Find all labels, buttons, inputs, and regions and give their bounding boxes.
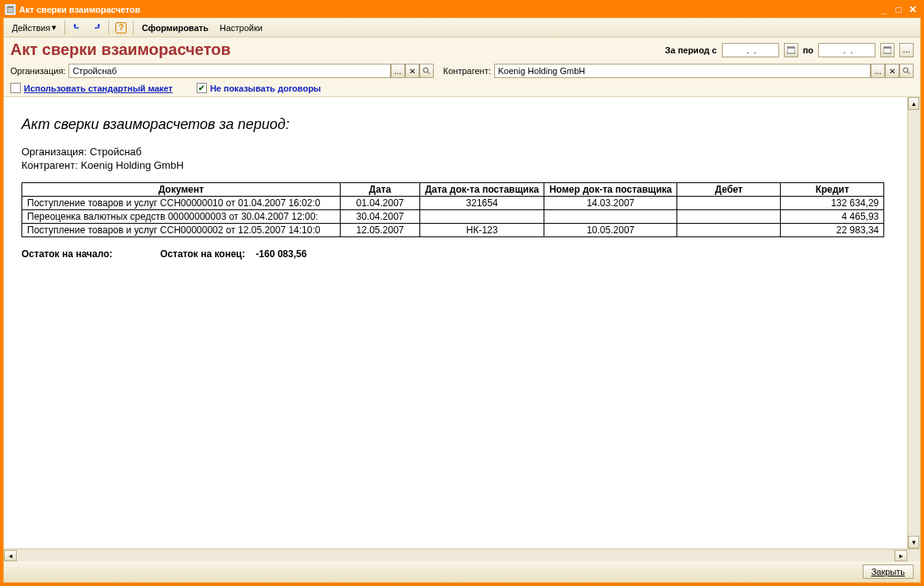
chevron-down-icon: ▾ <box>52 22 57 33</box>
report-area: Акт сверки взаиморасчетов за период: Орг… <box>4 97 920 561</box>
options-row: Использовать стандартный макет ✔ Не пока… <box>4 81 920 97</box>
org-label: Организация: <box>10 66 65 76</box>
cell-debit <box>677 210 781 224</box>
svg-rect-5 <box>883 47 891 49</box>
svg-rect-1 <box>7 6 14 8</box>
page-title: Акт сверки взаиморасчетов <box>10 41 661 59</box>
counter-search-button[interactable] <box>899 64 914 78</box>
calendar-icon <box>787 46 795 54</box>
org-search-button[interactable] <box>419 64 434 78</box>
date-to-picker-button[interactable] <box>880 43 895 57</box>
table-row: Поступление товаров и услуг ССН00000002 … <box>22 224 884 237</box>
window: Акт сверки взаиморасчетов _ □ ✕ Действия… <box>0 0 924 586</box>
close-form-button[interactable]: Закрыть <box>863 565 914 579</box>
cell-credit: 4 465,93 <box>781 210 884 224</box>
counter-clear-button[interactable]: ✕ <box>885 64 899 78</box>
scroll-down-button[interactable]: ▾ <box>908 536 919 549</box>
toolbar: Действия ▾ ? Сформировать Настройки <box>4 18 920 37</box>
table-row: Переоценка валютных средств 00000000003 … <box>22 210 884 224</box>
table-row: Поступление товаров и услуг ССН00000010 … <box>22 197 884 210</box>
maximize-button[interactable]: □ <box>892 4 905 15</box>
date-from-input[interactable] <box>722 43 779 57</box>
col-date: Дата <box>341 183 420 197</box>
period-select-button[interactable]: … <box>899 43 914 57</box>
checkbox-checked-icon: ✔ <box>197 83 207 93</box>
scroll-right-button[interactable]: ▸ <box>895 550 907 561</box>
cell-doc: Переоценка валютных средств 00000000003 … <box>22 210 341 224</box>
col-credit: Кредит <box>781 183 884 197</box>
titlebar: Акт сверки взаиморасчетов _ □ ✕ <box>3 3 921 18</box>
cell-sup-num: 14.03.2007 <box>544 197 677 210</box>
actions-label: Действия <box>12 23 50 33</box>
hide-contracts-option[interactable]: ✔ Не показывать договоры <box>197 83 321 93</box>
checkbox-unchecked-icon <box>10 83 21 93</box>
actions-menu[interactable]: Действия ▾ <box>7 21 61 34</box>
close-button[interactable]: ✕ <box>906 4 919 15</box>
org-input[interactable]: Стройснаб <box>68 64 390 78</box>
cell-date: 01.04.2007 <box>341 197 420 210</box>
search-icon <box>903 67 910 75</box>
help-icon: ? <box>115 22 127 33</box>
toolbar-separator <box>108 21 109 35</box>
cell-sup-num <box>544 210 677 224</box>
cell-date: 30.04.2007 <box>341 210 420 224</box>
counter-select-button[interactable]: … <box>871 64 885 78</box>
minimize-button[interactable]: _ <box>878 4 891 15</box>
report-org-line: Организация: Стройснаб <box>21 146 903 158</box>
cell-doc: Поступление товаров и услуг ССН00000002 … <box>22 224 341 237</box>
cell-sup-date: НК-123 <box>420 224 544 237</box>
balance-row: Остаток на начало: Остаток на конец: -16… <box>21 248 903 260</box>
footer: Закрыть <box>4 561 920 582</box>
client-area: Действия ▾ ? Сформировать Настройки Акт … <box>3 18 921 583</box>
search-icon <box>423 67 431 75</box>
window-title: Акт сверки взаиморасчетов <box>19 5 876 14</box>
org-clear-button[interactable]: ✕ <box>405 64 419 78</box>
counter-label: Контрагент: <box>443 66 491 76</box>
balance-end-value: -160 083,56 <box>255 248 306 260</box>
header-row: Акт сверки взаиморасчетов За период с по… <box>4 37 920 62</box>
cell-credit: 22 983,34 <box>781 224 884 237</box>
app-icon <box>5 4 16 15</box>
svg-rect-3 <box>787 47 795 49</box>
report-counter-line: Контрагент: Koenig Holding GmbH <box>21 159 903 171</box>
period-to-label: по <box>803 45 813 55</box>
use-std-layout-label: Использовать стандартный макет <box>24 84 173 93</box>
balance-end-label: Остаток на конец: <box>160 248 245 260</box>
hide-contracts-label: Не показывать договоры <box>210 84 321 93</box>
nav-back-button[interactable] <box>68 20 86 36</box>
calendar-icon <box>883 46 891 54</box>
help-button[interactable]: ? <box>112 20 130 36</box>
cell-date: 12.05.2007 <box>341 224 420 237</box>
col-supplier-num: Номер док-та поставщика <box>544 183 677 197</box>
horizontal-scrollbar[interactable]: ◂ ▸ <box>4 549 920 561</box>
cell-debit <box>677 197 781 210</box>
cell-credit: 132 634,29 <box>781 197 884 210</box>
settings-button[interactable]: Настройки <box>215 21 267 34</box>
period-from-label: За период с <box>665 45 717 55</box>
cell-sup-date: 321654 <box>420 197 544 210</box>
nav-forward-button[interactable] <box>88 20 105 36</box>
svg-line-7 <box>427 72 430 74</box>
form-button[interactable]: Сформировать <box>137 21 213 34</box>
cell-doc: Поступление товаров и услуг ССН00000010 … <box>22 197 341 210</box>
toolbar-separator <box>64 21 65 35</box>
scroll-up-button[interactable]: ▴ <box>908 97 919 110</box>
scroll-left-button[interactable]: ◂ <box>4 550 17 561</box>
counter-input[interactable]: Koenig Holding GmbH <box>494 64 871 78</box>
use-std-layout-option[interactable]: Использовать стандартный макет <box>10 83 173 93</box>
col-debit: Дебет <box>677 183 781 197</box>
report-title: Акт сверки взаиморасчетов за период: <box>21 116 903 133</box>
report-table: Документ Дата Дата док-та поставщика Ном… <box>21 182 884 237</box>
vertical-scrollbar[interactable]: ▴ ▾ <box>907 97 920 549</box>
filter-row: Организация: Стройснаб … ✕ Контрагент: K… <box>4 62 920 81</box>
toolbar-separator <box>133 21 134 35</box>
date-from-picker-button[interactable] <box>784 43 798 57</box>
svg-line-9 <box>907 72 910 74</box>
cell-debit <box>677 224 781 237</box>
cell-sup-num: 10.05.2007 <box>544 224 677 237</box>
org-select-button[interactable]: … <box>391 64 405 78</box>
report-content: Акт сверки взаиморасчетов за период: Орг… <box>4 97 920 549</box>
date-to-input[interactable] <box>818 43 875 57</box>
cell-sup-date <box>420 210 544 224</box>
col-document: Документ <box>22 183 341 197</box>
